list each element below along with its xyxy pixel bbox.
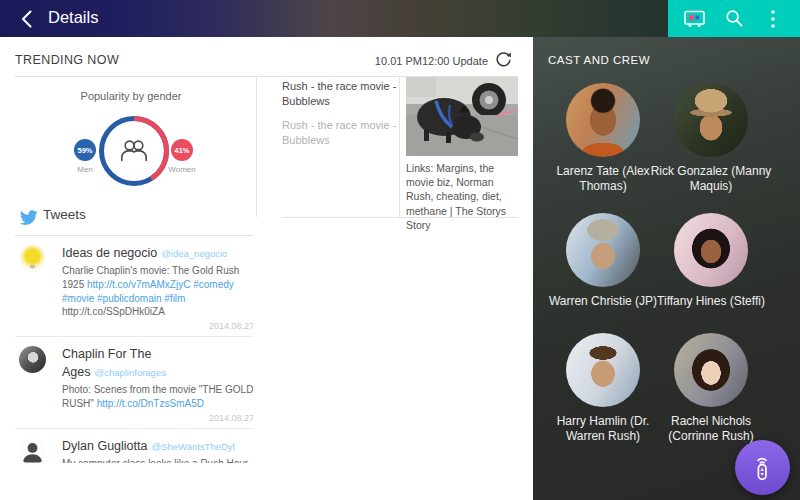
women-label: Women: [158, 165, 206, 174]
cast-photo-warren: [566, 213, 640, 287]
tweet-item[interactable]: Chaplin For The Ages@chaplinforagesPhoto…: [15, 337, 253, 429]
cast-member[interactable]: Rick Gonzalez (Manny Maquis): [646, 83, 776, 194]
tweet-body: Photo: Scenes from the movie "THE GOLD R…: [62, 383, 253, 411]
remote-control-icon: [750, 452, 776, 484]
bulb-avatar: [19, 245, 46, 272]
women-percentage-badge: 41%: [171, 139, 193, 161]
tweet-link[interactable]: http://t.co/DnTzsSmA5D: [97, 398, 204, 409]
story-thumbnail[interactable]: [406, 77, 518, 156]
tweets-section-title: Tweets: [43, 207, 86, 222]
tweet-link[interactable]: #publicdomain: [97, 293, 162, 304]
page-title: Details: [48, 8, 98, 27]
article-title[interactable]: Rush - the race movie - Bubblews: [282, 79, 404, 109]
chaplin-avatar: [19, 346, 46, 373]
men-label: Men: [61, 165, 109, 174]
update-timestamp: 10.01 PM12:00 Update: [340, 55, 488, 67]
tweet-handle[interactable]: @chaplinforages: [95, 367, 166, 378]
links-headline[interactable]: Links: Margins, the movie biz, Norman Ru…: [406, 161, 520, 232]
cast-member[interactable]: Tiffany Hines (Steffi): [646, 213, 776, 309]
cast-section-title: CAST AND CREW: [548, 54, 650, 66]
twitter-bird-icon: [19, 210, 38, 226]
cast-photo-rick: [674, 83, 748, 157]
tweet-text: My computer class looks like a Rush Hour…: [62, 458, 248, 463]
divider: [256, 77, 257, 217]
article-title[interactable]: Rush - the race movie - Bubblews: [282, 118, 404, 148]
tweet-item[interactable]: Ideas de negocio@idea_negocioCharlie Cha…: [15, 236, 253, 337]
tweet-body: My computer class looks like a Rush Hour…: [62, 457, 253, 463]
search-icon: [725, 9, 744, 28]
tweet-author: Dylan Gugliotta: [62, 439, 147, 453]
back-chevron-icon: [16, 7, 40, 31]
article-title-list: Rush - the race movie - BubblewsRush - t…: [282, 79, 404, 156]
overflow-menu-button[interactable]: [761, 7, 785, 31]
silhouette-avatar: [19, 438, 46, 463]
remote-fab-button[interactable]: [735, 440, 790, 495]
pig-street-photo: [406, 77, 518, 156]
cast-name: Rick Gonzalez (Manny Maquis): [646, 164, 776, 194]
cast-photo-rachel: [674, 333, 748, 407]
tweet-link[interactable]: #movie: [62, 293, 94, 304]
refresh-button[interactable]: [495, 51, 512, 68]
tweet-author: Ideas de negocio: [62, 246, 157, 260]
tweet-handle[interactable]: @SheWantsTheDyl: [151, 441, 234, 452]
tweets-list: Ideas de negocio@idea_negocioCharlie Cha…: [15, 236, 253, 463]
tweet-item[interactable]: Dylan Gugliotta@SheWantsTheDylMy compute…: [15, 429, 253, 463]
tweet-text: http://t.co/SSpDHk0iZA: [62, 306, 165, 317]
tweet-body: Charlie Chaplin's movie: The Gold Rush 1…: [62, 264, 253, 319]
gender-chart-title: Popularity by gender: [15, 90, 247, 102]
tweet-link[interactable]: http://t.co/v7mAMxZjyC: [87, 279, 190, 290]
cast-photo-tiffany: [674, 213, 748, 287]
refresh-icon: [495, 51, 512, 68]
tweet-date: 2014.08.27: [62, 321, 253, 331]
tweet-link[interactable]: #comedy: [193, 279, 234, 290]
cast-member[interactable]: Rachel Nichols (Corrinne Rush): [646, 333, 776, 444]
cast-name: Tiffany Hines (Steffi): [646, 294, 776, 309]
section-title-trending: TRENDING NOW: [15, 53, 119, 67]
cast-panel: CAST AND CREW Larenz Tate (Alex Thomas)R…: [533, 37, 800, 500]
search-button[interactable]: [722, 7, 746, 31]
gender-donut-chart: [97, 114, 171, 192]
tweet-header: Chaplin For The Ages@chaplinforages: [62, 344, 253, 380]
tweet-date: 2014.08.27: [62, 413, 253, 423]
people-icon: [122, 141, 146, 160]
overflow-menu-icon: [770, 9, 776, 29]
top-app-bar: Details: [0, 0, 800, 37]
tweet-link[interactable]: #film: [164, 293, 185, 304]
screen-share-button[interactable]: [683, 7, 707, 31]
back-button[interactable]: [16, 7, 40, 31]
tweet-handle[interactable]: @idea_negocio: [161, 248, 227, 259]
screen-share-icon: [684, 10, 706, 28]
men-percentage-badge: 59%: [74, 139, 96, 161]
cast-photo-harry: [566, 333, 640, 407]
cast-photo-larenz: [566, 83, 640, 157]
tweet-header: Dylan Gugliotta@SheWantsTheDyl: [62, 436, 253, 454]
tweet-header: Ideas de negocio@idea_negocio: [62, 243, 253, 261]
topbar-actions: [668, 0, 800, 37]
